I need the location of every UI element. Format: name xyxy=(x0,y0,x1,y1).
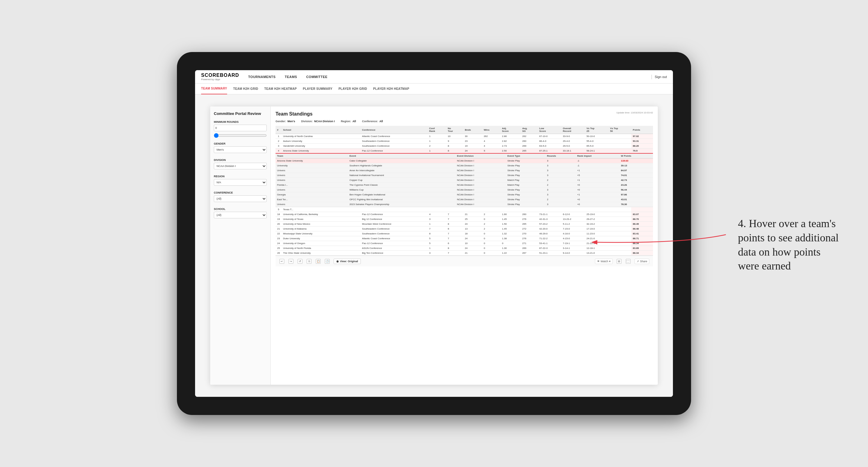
data-header: Team Standings Update time: 13/03/2024 1… xyxy=(276,111,653,117)
filter-division: Division: NCAA Division I xyxy=(301,120,335,123)
sidebar-region: Region N/A xyxy=(214,175,267,188)
table-row: 2 Auburn University Southeastern Confere… xyxy=(276,139,653,144)
redo-button[interactable]: ↪ xyxy=(288,259,293,264)
sign-out-link[interactable]: Sign out xyxy=(655,75,667,79)
tooltip-row: Arizona State University Cabo Collegiate… xyxy=(276,158,653,163)
min-rounds-input[interactable] xyxy=(214,125,267,131)
copy-button[interactable]: ⎘ xyxy=(307,259,311,264)
division-label: Division xyxy=(214,158,267,161)
tooltip-row: University Southern Highlands Collegiate… xyxy=(276,163,653,168)
tooltip-table: Team Event Event Division Event Type Rou… xyxy=(276,154,653,207)
tab-player-h2h-grid[interactable]: PLAYER H2H GRID xyxy=(338,84,367,94)
table-row: 3 Vanderbilt University Southeastern Con… xyxy=(276,144,653,149)
col-overall: OverallRecord xyxy=(561,126,585,134)
table-row: 19 University of Texas Big 12 Conference… xyxy=(276,217,653,222)
division-filter-label: Division: xyxy=(301,120,313,123)
min-rounds-slider[interactable] xyxy=(214,133,267,138)
conference-filter-value: All xyxy=(379,120,383,123)
table-row-highlighted: 4 Arizona State University Pac-12 Confer… xyxy=(276,149,653,154)
col-low-score: LowScore xyxy=(538,126,561,134)
tooltip-col-rounds: Rounds xyxy=(546,154,576,158)
nav-committee[interactable]: COMMITTEE xyxy=(306,75,328,79)
filter-conference: Conference: All xyxy=(362,120,383,123)
filter-region: Region: All xyxy=(341,120,356,123)
region-filter-value: All xyxy=(352,120,356,123)
tab-team-h2h-heatmap[interactable]: TEAM H2H HEATMAP xyxy=(264,84,297,94)
nav-tournaments[interactable]: TOURNAMENTS xyxy=(248,75,276,79)
table-row: 23 Duke University Atlantic Coast Confer… xyxy=(276,236,653,241)
points-1[interactable]: 97.02 xyxy=(631,134,653,139)
tooltip-col-division: Event Division xyxy=(456,154,506,158)
col-conference: Conference xyxy=(361,126,428,134)
view-icon: ◉ xyxy=(336,260,339,263)
region-filter-label: Region: xyxy=(341,120,351,123)
clock-button[interactable]: 🕐 xyxy=(325,259,330,264)
col-points: Points xyxy=(631,126,653,134)
filter-row: Gender: Men's Division: NCAA Division I … xyxy=(276,120,653,123)
logo-subtitle: Powered by clippi xyxy=(201,78,239,81)
tablet-frame: SCOREBOARD Powered by clippi TOURNAMENTS… xyxy=(177,52,691,415)
tooltip-row: Univers Copper Cup NCAA Division I Match… xyxy=(276,178,653,183)
share-icon: ↗ xyxy=(637,260,639,263)
points-4-hovered[interactable]: 79.5 xyxy=(631,149,653,154)
sidebar-division: Division NCAA Division I xyxy=(214,158,267,171)
col-school: School xyxy=(282,126,361,134)
filter-gender: Gender: Men's xyxy=(276,120,295,123)
tooltip-row: Univers Amer An Intercollegiate NCAA Div… xyxy=(276,168,653,173)
table-row: 22 Mississippi State University Southeas… xyxy=(276,231,653,236)
tooltip-col-w-points: W Points xyxy=(619,154,653,158)
col-bnds: Bnds xyxy=(463,126,482,134)
tooltip-row: Florida I... The Cypress Point Classic N… xyxy=(276,183,653,188)
table-row: 1 University of North Carolina Atlantic … xyxy=(276,134,653,139)
logo-title: SCOREBOARD xyxy=(201,72,239,78)
sidebar-conference: Conference (All) xyxy=(214,191,267,204)
app-window: Committee Portal Review Minimum Rounds G… xyxy=(210,106,658,385)
nav-teams[interactable]: TEAMS xyxy=(285,75,297,79)
tooltip-row: Univers National Invitational Tournament… xyxy=(276,173,653,178)
conference-label: Conference xyxy=(214,191,267,194)
annotation-text: 4. Hover over a team's points to see add… xyxy=(738,217,844,273)
tab-player-summary[interactable]: PLAYER SUMMARY xyxy=(303,84,332,94)
conference-select[interactable]: (All) xyxy=(214,195,267,202)
region-select[interactable]: N/A xyxy=(214,179,267,186)
tab-team-h2h-grid[interactable]: TEAM H2H GRID xyxy=(233,84,258,94)
min-rounds-label: Minimum Rounds xyxy=(214,120,267,123)
table-row: 24 University of Oregon Pac-12 Conferenc… xyxy=(276,241,653,246)
sub-nav: TEAM SUMMARY TEAM H2H GRID TEAM H2H HEAT… xyxy=(195,84,673,94)
bottom-toolbar: ↩ ↪ ↺ ⎘ 📋 🕐 ◉ View: Original xyxy=(276,256,653,267)
tooltip-col-event: Event xyxy=(348,154,456,158)
grid-button[interactable]: ⊞ xyxy=(617,259,621,264)
annotation-area: 4. Hover over a team's points to see add… xyxy=(738,217,844,273)
update-time: Update time: 13/03/2024 10:03:42 xyxy=(616,111,653,114)
tooltip-header-row: Team Event Event Division Event Type Rou… xyxy=(276,153,653,207)
gender-select[interactable]: Men's xyxy=(214,146,267,153)
col-avg-sg: Avg.SG xyxy=(521,126,538,134)
tab-team-summary[interactable]: TEAM SUMMARY xyxy=(201,84,227,94)
standings-title: Team Standings xyxy=(276,111,312,117)
paste-button[interactable]: 📋 xyxy=(316,259,320,264)
school-label: School xyxy=(214,208,267,211)
undo-button[interactable]: ↩ xyxy=(279,259,284,264)
tab-player-h2h-heatmap[interactable]: PLAYER H2H HEATMAP xyxy=(373,84,409,94)
conf-1: Atlantic Coast Conference xyxy=(361,134,428,139)
watch-icon: 👁 xyxy=(597,260,600,263)
table-row: 18 University of California, Berkeley Pa… xyxy=(276,212,653,217)
points-2[interactable]: 93.31 xyxy=(631,139,653,144)
division-select[interactable]: NCAA Division I xyxy=(214,163,267,169)
share-label: Share xyxy=(640,260,647,263)
table-container: # School Conference ConfRank NoTour Bnds… xyxy=(276,126,653,256)
sidebar-gender: Gender Men's xyxy=(214,142,267,155)
region-label: Region xyxy=(214,175,267,178)
refresh-button[interactable]: ↺ xyxy=(298,259,303,264)
tooltip-col-type: Event Type xyxy=(506,154,546,158)
expand-button[interactable]: ⛶ xyxy=(626,259,630,264)
app-body: Committee Portal Review Minimum Rounds G… xyxy=(210,106,658,385)
watch-button[interactable]: 👁 Watch ▾ xyxy=(595,259,613,264)
school-select[interactable]: (All) xyxy=(214,212,267,218)
points-3[interactable]: 88.20 xyxy=(631,144,653,149)
view-selector[interactable]: ◉ View: Original xyxy=(334,259,361,264)
sidebar: Committee Portal Review Minimum Rounds G… xyxy=(210,106,271,385)
watch-label: Watch xyxy=(601,260,608,263)
share-button[interactable]: ↗ Share xyxy=(634,259,649,264)
table-row: 25 University of North Florida ASUN Conf… xyxy=(276,246,653,251)
